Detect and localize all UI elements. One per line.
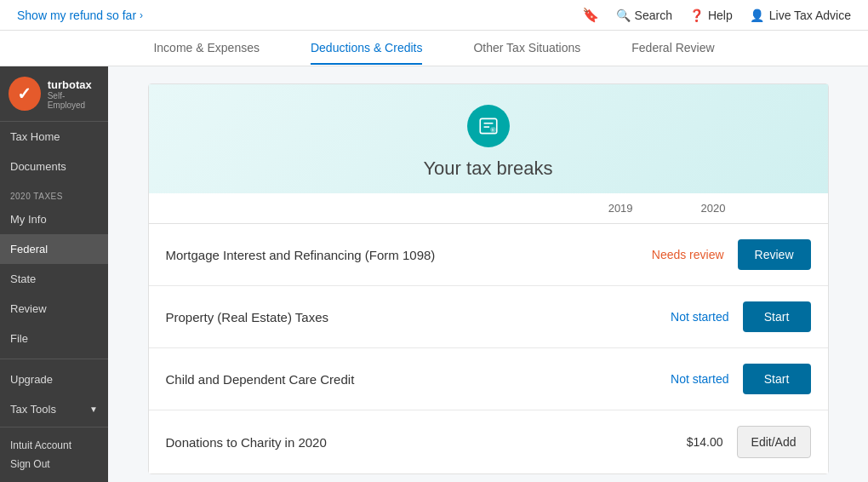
mortgage-review-button[interactable]: Review — [738, 239, 811, 270]
sidebar-item-upgrade[interactable]: Upgrade — [0, 364, 108, 394]
top-actions: 🔖 🔍 Search ❓ Help 👤 Live Tax Advice — [582, 7, 851, 23]
refund-link[interactable]: Show my refund so far › — [17, 9, 143, 22]
tax-breaks-container: $ Your tax breaks 2019 2020 Mortgage Int… — [148, 83, 829, 474]
donations-item-name: Donations to Charity in 2020 — [166, 435, 327, 450]
sidebar-item-tax-tools[interactable]: Tax Tools ▼ — [0, 394, 108, 424]
tab-deductions[interactable]: Deductions & Credits — [311, 32, 423, 65]
tax-breaks-header: $ Your tax breaks — [149, 84, 828, 193]
live-advice-label: Live Tax Advice — [769, 9, 851, 22]
child-dependent-item-right: Not started Start — [671, 364, 810, 394]
mortgage-status: Needs review — [652, 248, 724, 261]
help-icon: ❓ — [689, 9, 704, 22]
help-button[interactable]: ❓ Help — [689, 9, 733, 22]
donations-edit-add-button[interactable]: Edit/Add — [737, 426, 811, 458]
sidebar-logo: ✓ turbotax Self-Employed — [0, 66, 108, 122]
bookmark-icon[interactable]: 🔖 — [582, 7, 599, 23]
search-button[interactable]: 🔍 Search — [616, 9, 672, 22]
child-dependent-status: Not started — [671, 372, 728, 386]
live-advice-button[interactable]: 👤 Live Tax Advice — [750, 9, 851, 22]
tax-item-mortgage: Mortgage Interest and Refinancing (Form … — [149, 224, 828, 286]
donations-item-right: $14.00 Edit/Add — [687, 426, 811, 458]
sidebar-intuit-account[interactable]: Intuit Account — [10, 436, 98, 455]
sidebar-item-documents[interactable]: Documents — [0, 152, 108, 181]
tab-nav: Income & Expenses Deductions & Credits O… — [0, 31, 868, 66]
sidebar-nav: Tax Home Documents 2020 TAXES My Info Fe… — [0, 122, 108, 427]
property-status: Not started — [671, 310, 728, 324]
tab-federal-review[interactable]: Federal Review — [631, 32, 714, 65]
mortgage-item-right: Needs review Review — [652, 239, 811, 270]
mortgage-item-name: Mortgage Interest and Refinancing (Form … — [166, 248, 436, 262]
sidebar-divider — [0, 359, 108, 359]
refund-link-label: Show my refund so far — [17, 9, 136, 22]
refund-chevron: › — [140, 9, 143, 21]
help-label: Help — [708, 9, 733, 22]
child-dependent-start-button[interactable]: Start — [743, 364, 811, 394]
sidebar-item-my-info[interactable]: My Info — [0, 204, 108, 234]
tax-item-donations: Donations to Charity in 2020 $14.00 Edit… — [149, 410, 828, 473]
sidebar-bottom: Intuit Account Sign Out — [0, 427, 108, 482]
tax-tools-chevron: ▼ — [89, 405, 98, 414]
child-dependent-item-name: Child and Dependent Care Credit — [166, 372, 355, 387]
property-item-name: Property (Real Estate) Taxes — [166, 310, 328, 324]
main-layout: ✓ turbotax Self-Employed Tax Home Docume… — [0, 66, 868, 482]
year-2020: 2020 — [701, 202, 726, 215]
sidebar-item-state[interactable]: State — [0, 264, 108, 294]
tab-income[interactable]: Income & Expenses — [153, 32, 260, 65]
search-label: Search — [635, 9, 672, 22]
search-icon: 🔍 — [616, 9, 631, 22]
sidebar-item-review[interactable]: Review — [0, 294, 108, 324]
tax-icon-svg: $ — [477, 115, 500, 137]
logo-checkmark: ✓ — [9, 77, 41, 111]
sidebar: ✓ turbotax Self-Employed Tax Home Docume… — [0, 66, 108, 482]
tax-breaks-icon: $ — [467, 105, 510, 147]
content-area: $ Your tax breaks 2019 2020 Mortgage Int… — [108, 66, 868, 482]
tab-other[interactable]: Other Tax Situations — [473, 32, 580, 65]
logo-brand: turbotax — [48, 78, 100, 91]
sidebar-sign-out[interactable]: Sign Out — [10, 455, 98, 473]
year-headers: 2019 2020 — [149, 193, 828, 224]
tax-breaks-title: Your tax breaks — [423, 158, 552, 180]
sidebar-item-file[interactable]: File — [0, 324, 108, 353]
logo-subtitle: Self-Employed — [48, 91, 100, 110]
sidebar-item-tax-home[interactable]: Tax Home — [0, 122, 108, 152]
tax-item-property: Property (Real Estate) Taxes Not started… — [149, 286, 828, 348]
tax-item-child-dependent: Child and Dependent Care Credit Not star… — [149, 348, 828, 410]
logo-text: turbotax Self-Employed — [48, 78, 100, 110]
property-start-button[interactable]: Start — [743, 301, 811, 332]
sidebar-item-federal[interactable]: Federal — [0, 234, 108, 264]
property-item-right: Not started Start — [671, 301, 810, 332]
year-2019: 2019 — [608, 202, 633, 215]
live-advice-icon: 👤 — [750, 9, 764, 22]
top-bar: Show my refund so far › 🔖 🔍 Search ❓ Hel… — [0, 0, 868, 31]
donations-amount: $14.00 — [687, 435, 723, 449]
sidebar-section-label: 2020 TAXES — [0, 181, 108, 204]
